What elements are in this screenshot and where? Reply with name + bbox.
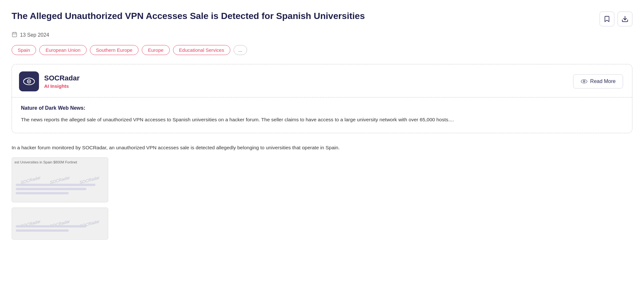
calendar-icon: [12, 32, 17, 39]
tag-more[interactable]: ...: [234, 45, 247, 55]
image-preview-1[interactable]: est Universities in Spain $800M Fortinet…: [12, 157, 108, 202]
img-line: [16, 225, 86, 227]
insights-card: SOCRadar AI Insights Read More Nature of…: [12, 64, 632, 133]
svg-rect-1: [12, 32, 17, 37]
date-row: 13 Sep 2024: [12, 32, 632, 39]
svg-point-7: [28, 81, 30, 82]
insights-brand: SOCRadar AI Insights: [19, 71, 80, 91]
brand-logo: [19, 71, 39, 91]
watermark-3: SOCRadar: [79, 175, 100, 185]
main-content-text: In a hacker forum monitored by SOCRadar,…: [12, 143, 632, 152]
bookmark-icon: [603, 15, 610, 23]
date-text: 13 Sep 2024: [20, 32, 49, 38]
bookmark-button[interactable]: [600, 12, 614, 26]
read-more-icon: [581, 78, 588, 85]
insights-card-body: Nature of Dark Web News: The news report…: [12, 97, 632, 133]
img-line: [16, 188, 86, 190]
watermark-1: SOCRadar: [20, 175, 41, 185]
image-preview-area: est Universities in Spain $800M Fortinet…: [12, 157, 632, 240]
img-line: [16, 192, 69, 194]
img-line: [16, 229, 69, 232]
read-more-label: Read More: [590, 79, 616, 84]
watermark-2: SOCRadar: [49, 175, 70, 185]
nature-label: Nature of Dark Web News:: [21, 105, 623, 111]
header-actions: [600, 12, 632, 26]
insights-card-header: SOCRadar AI Insights Read More: [12, 64, 632, 97]
svg-point-10: [584, 81, 584, 82]
brand-name: SOCRadar: [44, 74, 80, 82]
tag-southern-europe[interactable]: Southern Europe: [90, 45, 139, 55]
tag-europe[interactable]: Europe: [142, 45, 169, 55]
watermark-container-2: SOCRadar SOCRadar SOCRadar: [12, 208, 108, 239]
page-title: The Alleged Unauthorized VPN Accesses Sa…: [12, 10, 365, 22]
image-lines-2: [16, 225, 104, 234]
tag-spain[interactable]: Spain: [12, 45, 36, 55]
insights-description: The news reports the alleged sale of una…: [21, 116, 623, 124]
page-wrapper: The Alleged Unauthorized VPN Accesses Sa…: [0, 0, 644, 296]
brand-text-block: SOCRadar AI Insights: [44, 74, 80, 89]
download-icon: [621, 15, 629, 23]
socradar-logo-icon: [23, 75, 35, 88]
download-button[interactable]: [618, 12, 632, 26]
img-line: [16, 184, 95, 186]
read-more-button[interactable]: Read More: [573, 74, 623, 88]
tag-educational-services[interactable]: Educational Services: [173, 45, 230, 55]
header-row: The Alleged Unauthorized VPN Accesses Sa…: [12, 10, 632, 26]
image-preview-2[interactable]: SOCRadar SOCRadar SOCRadar: [12, 208, 108, 240]
tags-row: Spain European Union Southern Europe Eur…: [12, 45, 632, 55]
tag-european-union[interactable]: European Union: [39, 45, 86, 55]
brand-subtitle: AI Insights: [44, 83, 80, 89]
image-lines-1: [16, 184, 104, 196]
